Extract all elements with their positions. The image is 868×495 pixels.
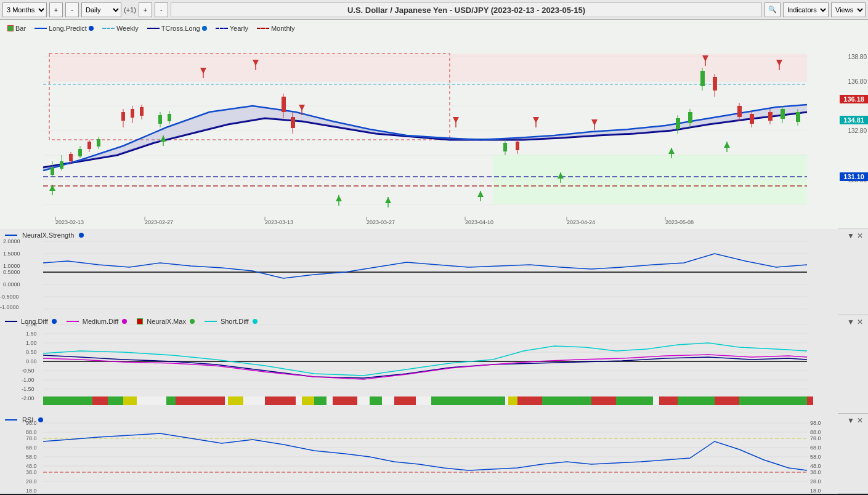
weekly-legend-icon (102, 28, 115, 29)
diff-panel-controls: ▼ ✕ (847, 318, 863, 326)
bar-legend-label: Bar (15, 25, 26, 32)
zoom-out-btn[interactable]: - (155, 2, 168, 17)
rsi-panel-header: RSI (5, 416, 43, 424)
svg-text:-1.0000: -1.0000 (0, 304, 19, 310)
diff-panel: Long.Diff Medium.Diff NeuralX.Max Short.… (0, 315, 868, 414)
svg-text:98.0: 98.0 (810, 420, 821, 426)
svg-rect-27 (97, 139, 100, 147)
svg-text:58.0: 58.0 (810, 454, 821, 460)
svg-rect-157 (302, 396, 314, 405)
svg-rect-19 (60, 161, 63, 169)
neural-title: NeuralX.Strength (22, 231, 74, 239)
views-select[interactable]: Views (831, 2, 866, 17)
neuralx-max-label: NeuralX.Max (147, 318, 186, 325)
neural-chart-svg: 2.0000 1.5000 1.0000 0.5000 0.0000 -0.50… (0, 229, 838, 315)
period-select[interactable]: 3 Months 1 Month 6 Months 1 Year (2, 2, 47, 17)
svg-text:-1.50: -1.50 (22, 386, 34, 392)
long-predict-legend-icon (34, 28, 47, 29)
neural-dot (79, 233, 84, 238)
price-label-13280: 132.80 (848, 127, 867, 134)
neural-close-btn[interactable]: ✕ (857, 231, 863, 240)
svg-rect-147 (265, 396, 296, 405)
short-diff-icon (205, 321, 217, 322)
svg-text:1.50: 1.50 (26, 331, 37, 337)
svg-rect-79 (676, 118, 680, 129)
svg-text:1.0000: 1.0000 (3, 263, 20, 269)
svg-rect-141 (542, 396, 591, 405)
yearly-legend-label: Yearly (230, 25, 248, 32)
svg-rect-136 (108, 396, 123, 405)
svg-rect-21 (69, 154, 73, 161)
svg-text:78.0: 78.0 (810, 435, 821, 441)
svg-rect-148 (333, 396, 357, 405)
svg-rect-139 (370, 396, 382, 405)
svg-rect-143 (678, 396, 715, 405)
neuralx-max-dot (190, 319, 195, 324)
svg-text:2023-02-13: 2023-02-13 (55, 219, 84, 225)
svg-rect-11 (493, 155, 807, 204)
diff-collapse-btn[interactable]: ▼ (847, 318, 854, 326)
price-label-13880: 138.80 (848, 54, 867, 60)
rsi-title: RSI (22, 416, 33, 424)
svg-rect-37 (168, 114, 171, 121)
search-button[interactable]: 🔍 (765, 2, 781, 17)
svg-text:68.0: 68.0 (26, 445, 37, 451)
period-add-btn[interactable]: + (49, 2, 63, 17)
svg-text:2023-05-08: 2023-05-08 (665, 219, 694, 225)
price-134-label: 134.81 (840, 116, 868, 124)
svg-rect-33 (140, 107, 144, 116)
svg-text:88.0: 88.0 (810, 429, 821, 435)
svg-text:88.0: 88.0 (26, 429, 37, 435)
svg-text:28.0: 28.0 (26, 478, 37, 485)
short-diff-label: Short.Diff (221, 318, 249, 325)
svg-rect-91 (768, 112, 773, 121)
svg-rect-144 (739, 396, 807, 405)
diff-chart-svg: 2.00 1.50 1.00 0.50 0.00 -0.50 -1.00 -1.… (0, 315, 838, 414)
tcross-legend-label: TCross.Long (161, 25, 200, 32)
svg-text:2023-03-13: 2023-03-13 (265, 219, 293, 225)
svg-text:0.5000: 0.5000 (3, 269, 20, 275)
svg-text:68.0: 68.0 (810, 445, 821, 451)
neural-legend-icon (5, 235, 17, 236)
svg-text:48.0: 48.0 (810, 463, 821, 469)
svg-rect-9 (49, 54, 807, 81)
long-diff-label: Long.Diff (21, 318, 48, 325)
svg-rect-153 (715, 396, 739, 405)
rsi-legend-icon (5, 419, 17, 421)
neural-panel-controls: ▼ ✕ (847, 231, 863, 240)
medium-diff-label: Medium.Diff (83, 318, 118, 325)
svg-text:18.0: 18.0 (26, 488, 37, 494)
rsi-collapse-btn[interactable]: ▼ (847, 416, 854, 425)
svg-rect-137 (166, 396, 176, 405)
svg-text:48.0: 48.0 (26, 463, 37, 469)
long-predict-legend-label: Long.Predict (49, 25, 87, 32)
long-predict-dot (89, 26, 94, 31)
medium-diff-dot (122, 319, 127, 324)
svg-rect-41 (291, 117, 295, 128)
tcross-legend-icon (147, 28, 160, 29)
svg-rect-149 (394, 396, 416, 405)
svg-rect-77 (516, 142, 519, 150)
long-diff-dot (52, 319, 57, 324)
svg-rect-168 (0, 414, 838, 494)
svg-rect-142 (616, 396, 653, 405)
bar-legend-icon (7, 25, 14, 31)
zoom-in-btn[interactable]: + (139, 2, 152, 17)
interval-select[interactable]: Daily Weekly Monthly (81, 2, 121, 17)
short-diff-dot (253, 319, 258, 324)
main-chart-svg: 2023-02-13 2023-02-27 2023-03-13 2023-03… (0, 20, 838, 229)
period-sub-btn[interactable]: - (65, 2, 79, 17)
current-price-label: 136.18 (840, 95, 868, 103)
svg-text:2023-04-24: 2023-04-24 (567, 219, 595, 225)
price-label-13680: 136.80 (848, 78, 867, 85)
svg-text:78.0: 78.0 (26, 435, 37, 441)
neural-collapse-btn[interactable]: ▼ (847, 231, 854, 240)
rsi-dot (38, 417, 43, 422)
svg-rect-95 (796, 112, 800, 122)
rsi-close-btn[interactable]: ✕ (857, 416, 863, 425)
rsi-panel: RSI ▼ ✕ 98.0 88.0 78.0 68.0 58.0 48.0 38… (0, 414, 868, 494)
diff-close-btn[interactable]: ✕ (857, 318, 863, 326)
svg-text:2023-04-10: 2023-04-10 (465, 219, 493, 225)
indicators-select[interactable]: Indicators (783, 2, 829, 17)
svg-rect-83 (700, 71, 705, 86)
